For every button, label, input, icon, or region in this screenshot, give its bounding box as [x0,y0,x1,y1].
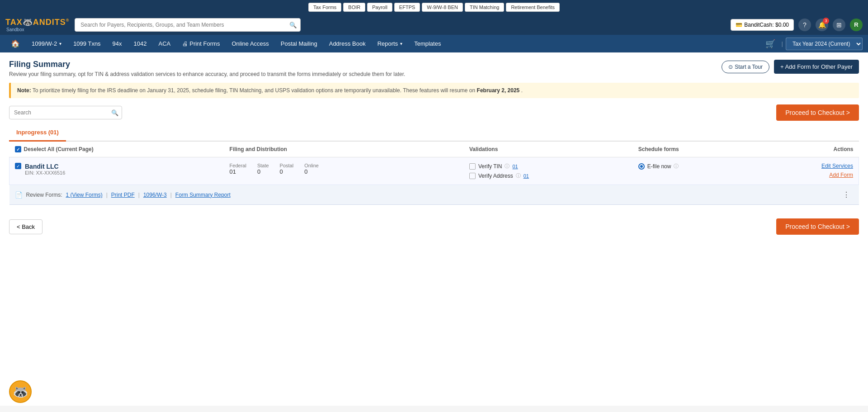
view-forms-link[interactable]: 1 (View Forms) [66,192,103,198]
nav-item-postal-mailing[interactable]: Postal Mailing [275,36,323,52]
top-nav-w9w8ben[interactable]: W-9/W-8 BEN [422,3,463,12]
efile-info-icon[interactable]: ⓘ [674,163,679,170]
page-subtitle: Review your filing summary, opt for TIN … [9,71,405,77]
tax-year-select[interactable]: Tax Year 2024 (Current) [786,38,863,50]
header-search-input[interactable] [75,18,301,32]
tin-info-icon[interactable]: ⓘ [505,163,509,170]
apps-grid-icon-button[interactable]: ⊞ [833,19,845,31]
table-row: ✓ Bandit LLC EIN: XX-XXX6516 Federal 01 [9,157,859,185]
bandit-cash-label: BanditCash: $0.00 [744,22,789,28]
nav-item-1042[interactable]: 1042 [128,36,152,52]
nav-item-1099w2[interactable]: 1099/W-2 [26,36,67,52]
nav-item-templates[interactable]: Templates [409,36,446,52]
note-banner: Note: To prioritize timely filing for th… [9,83,859,98]
tin-count-link[interactable]: 01 [512,164,518,169]
detail-cell: 📄 Review Forms: 1 (View Forms) | Print P… [9,185,859,205]
logo-sandbox: Sandbox [6,27,24,32]
nav-item-print-forms[interactable]: 🖨 Print Forms [177,36,225,52]
col-header-actions: Actions [756,142,859,157]
tabs-row: Inprogress (01) [9,124,859,142]
page-header: Filing Summary Review your filing summar… [9,60,859,77]
user-avatar[interactable]: R [850,19,863,31]
content-area: Filing Summary Review your filing summar… [0,52,868,406]
deselect-all-checkbox[interactable]: ✓ [15,146,21,152]
top-nav-eftps[interactable]: EFTPS [394,3,420,12]
add-form-other-payer-button[interactable]: + Add Form for Other Payer [774,60,859,74]
header-search-bar: 🔍 [75,18,301,32]
efile-now-label: E-file now [647,163,671,170]
note-prefix: Note: [17,87,31,94]
separator-1: | [106,192,108,198]
federal-label: Federal [230,163,246,168]
form-summary-report-link[interactable]: Form Summary Report [175,192,231,198]
top-nav-tin-matching[interactable]: TIN Matching [465,3,504,12]
nav-item-address-book[interactable]: Address Book [324,36,371,52]
nav-item-aca[interactable]: ACA [153,36,176,52]
notification-badge: 3 [823,18,829,24]
start-tour-button[interactable]: ⊙ Start a Tour [722,61,769,73]
table-search-input[interactable] [9,106,122,119]
bandit-cash-button[interactable]: 💳 BanditCash: $0.00 [731,19,794,31]
nav-print-forms-label: Print Forms [189,40,220,47]
home-button[interactable]: 🏠 [5,35,25,52]
verify-tin-checkbox[interactable] [469,163,476,170]
online-label: Online [304,163,319,168]
cart-icon[interactable]: 🛒 [762,39,779,49]
address-info-icon[interactable]: ⓘ [516,172,521,179]
note-date: February 2, 2025 [477,87,520,94]
top-nav-boir[interactable]: BOIR [343,3,365,12]
page-header-left: Filing Summary Review your filing summar… [9,60,405,77]
col-header-validations: Validations [464,142,633,157]
printer-icon: 🖨 [182,40,188,47]
top-nav-tax-forms[interactable]: Tax Forms [308,3,341,12]
separator-2: | [138,192,140,198]
top-nav-retirement-benefits[interactable]: Retirement Benefits [506,3,560,12]
header-search-button[interactable]: 🔍 [289,21,297,28]
header-actions: 💳 BanditCash: $0.00 ? 🔔 3 ⊞ R [731,19,863,31]
address-count-link[interactable]: 01 [524,173,529,179]
print-pdf-link[interactable]: Print PDF [111,192,135,198]
back-button[interactable]: < Back [9,219,42,234]
actions-cell: Edit Services Add Form [756,157,859,185]
state-value: 0 [257,168,260,175]
tab-inprogress[interactable]: Inprogress (01) [9,124,66,142]
add-form-link[interactable]: Add Form [762,172,853,178]
checkout-button-top[interactable]: Proceed to Checkout > [776,104,859,121]
col-header-select: ✓ Deselect All (Current Page) [9,142,224,157]
filing-table: ✓ Deselect All (Current Page) Filing and… [9,142,859,205]
notifications-icon-button[interactable]: 🔔 3 [816,19,828,31]
nav-item-94x[interactable]: 94x [107,36,127,52]
logo-text: TAX🦝ANDITS® [5,17,69,27]
bandit-cash-icon: 💳 [736,22,742,28]
more-options-button[interactable]: ⋮ [839,189,854,200]
table-search-icon: 🔍 [111,109,118,116]
deselect-all-label[interactable]: Deselect All (Current Page) [24,146,94,152]
start-tour-label: Start a Tour [735,64,763,70]
online-value: 0 [304,168,307,175]
page-actions: ⊙ Start a Tour + Add Form for Other Paye… [722,60,859,74]
checkout-button-bottom[interactable]: Proceed to Checkout > [776,218,859,235]
review-forms-label: Review Forms: [26,192,62,198]
form-1096-w3-link[interactable]: 1096/W-3 [143,192,167,198]
verify-tin-label: Verify TIN [478,163,502,170]
top-nav-payroll[interactable]: Payroll [367,3,392,12]
nav-item-reports[interactable]: Reports [372,36,408,52]
nav-item-online-access[interactable]: Online Access [226,36,274,52]
efile-now-radio[interactable] [638,163,645,170]
row-checkbox[interactable]: ✓ [15,163,21,169]
separator-3: | [170,192,172,198]
page-title: Filing Summary [9,60,405,69]
verify-address-checkbox[interactable] [469,173,476,179]
filing-distribution-cell: Federal 01 State 0 Postal 0 Online [224,157,464,185]
help-icon-button[interactable]: ? [798,19,811,31]
col-header-filing: Filing and Distribution [224,142,464,157]
state-label: State [257,163,269,168]
document-icon: 📄 [15,191,23,199]
search-checkout-row: 🔍 Proceed to Checkout > [9,104,859,121]
note-text: To prioritize timely filing for the IRS … [33,87,477,94]
nav-item-1099txns[interactable]: 1099 Txns [68,36,106,52]
federal-value: 01 [230,168,236,175]
edit-services-link[interactable]: Edit Services [762,163,853,169]
footer-row: < Back Proceed to Checkout > [9,214,859,239]
col-header-schedule: Schedule forms [633,142,756,157]
